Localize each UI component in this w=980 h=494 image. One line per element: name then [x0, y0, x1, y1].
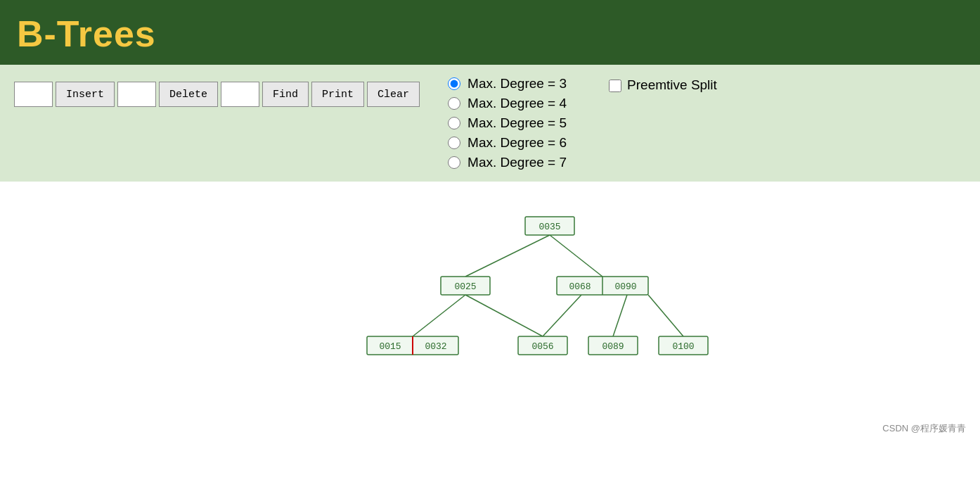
degree-radio-3[interactable]	[448, 77, 460, 90]
app-title: B-Trees	[17, 13, 963, 55]
svg-text:0089: 0089	[602, 341, 624, 352]
tree-area: 0035 0025 0068 0090 0015 0032 0056 0089 …	[0, 182, 980, 442]
svg-text:0068: 0068	[569, 281, 591, 292]
clear-button[interactable]: Clear	[367, 82, 420, 107]
svg-line-5	[613, 295, 627, 336]
degree-option-6: Max. Degree = 6	[448, 135, 567, 151]
footer-text: CSDN @程序媛青青	[882, 422, 966, 435]
degree-radio-5[interactable]	[448, 117, 460, 129]
svg-text:0025: 0025	[454, 281, 476, 292]
svg-line-4	[543, 295, 581, 336]
print-button[interactable]: Print	[311, 82, 364, 107]
degree-label-4: Max. Degree = 4	[468, 96, 567, 111]
controls-bar: Insert Delete Find Print Clear Max. Degr…	[0, 65, 980, 182]
degree-radio-7[interactable]	[448, 156, 460, 169]
degree-radio-6[interactable]	[448, 137, 460, 149]
svg-text:0056: 0056	[531, 341, 553, 352]
svg-line-2	[413, 295, 465, 336]
degree-option-5: Max. Degree = 5	[448, 115, 567, 131]
svg-text:0032: 0032	[425, 341, 446, 352]
tree-svg: 0035 0025 0068 0090 0015 0032 0056 0089 …	[174, 196, 806, 393]
delete-button[interactable]: Delete	[159, 82, 218, 107]
svg-line-6	[648, 295, 683, 336]
degree-option-3: Max. Degree = 3	[448, 76, 567, 91]
svg-text:0035: 0035	[539, 222, 560, 232]
degree-label-5: Max. Degree = 5	[468, 115, 567, 131]
preemtive-split-container: Preemtive Split	[609, 77, 717, 170]
degree-option-7: Max. Degree = 7	[448, 155, 567, 170]
find-button[interactable]: Find	[262, 82, 309, 107]
delete-input[interactable]	[117, 82, 156, 107]
degree-options: Max. Degree = 3Max. Degree = 4Max. Degre…	[448, 76, 567, 170]
svg-text:0100: 0100	[672, 341, 694, 352]
svg-line-0	[465, 235, 550, 277]
insert-button[interactable]: Insert	[56, 82, 115, 107]
degree-label-3: Max. Degree = 3	[468, 76, 567, 91]
degree-label-7: Max. Degree = 7	[468, 155, 567, 170]
right-controls: Max. Degree = 3Max. Degree = 4Max. Degre…	[448, 76, 717, 170]
find-input[interactable]	[221, 82, 259, 107]
degree-label-6: Max. Degree = 6	[468, 135, 567, 151]
app-header: B-Trees	[0, 0, 980, 65]
left-controls: Insert Delete Find Print Clear	[14, 82, 420, 107]
svg-line-3	[465, 295, 543, 336]
svg-text:0090: 0090	[614, 281, 636, 292]
preemtive-split-checkbox[interactable]	[609, 80, 621, 92]
preemtive-split-label: Preemtive Split	[627, 77, 717, 93]
svg-text:0015: 0015	[379, 341, 401, 352]
degree-option-4: Max. Degree = 4	[448, 96, 567, 111]
svg-line-1	[550, 235, 602, 277]
degree-radio-4[interactable]	[448, 97, 460, 110]
insert-input[interactable]	[14, 82, 53, 107]
